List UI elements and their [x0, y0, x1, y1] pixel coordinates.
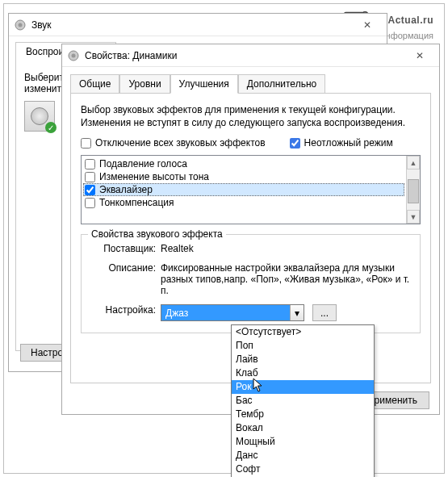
chevron-down-icon[interactable]: ▾ — [290, 305, 304, 320]
list-item[interactable]: Эквалайзер — [83, 183, 404, 196]
tab-general[interactable]: Общие — [70, 74, 119, 94]
preset-dropdown[interactable]: Джаз ▾ — [161, 304, 304, 321]
description-text: Выбор звуковых эффектов для применения к… — [81, 103, 421, 129]
check-icon: ✓ — [45, 122, 57, 133]
speaker-icon — [14, 19, 27, 31]
scroll-track[interactable] — [407, 169, 420, 210]
svg-point-7 — [72, 53, 76, 57]
dropdown-option[interactable]: Тембр — [232, 408, 374, 421]
checkbox-label: Отключение всех звуковых эффектов — [95, 137, 266, 149]
checkbox[interactable] — [290, 138, 300, 149]
group-legend: Свойства звукового эффекта — [88, 228, 226, 240]
provider-label: Поставщик: — [90, 243, 156, 254]
dropdown-option[interactable]: Поп — [232, 339, 374, 353]
dropdown-option[interactable]: Данс — [232, 449, 374, 462]
urgent-mode-checkbox[interactable]: Неотложный режим — [290, 137, 393, 149]
window-title: Свойства: Динамики — [85, 50, 405, 61]
description-value: Фиксированные настройки эквалайзера для … — [161, 262, 412, 296]
svg-point-5 — [19, 23, 23, 27]
speaker-icon — [67, 49, 80, 62]
list-item[interactable]: Изменение высоты тона — [83, 170, 404, 183]
disable-effects-checkbox[interactable]: Отключение всех звуковых эффектов — [81, 137, 266, 149]
list-item[interactable]: Тонкомпенсация — [83, 196, 404, 209]
tab-advanced[interactable]: Дополнительно — [238, 74, 325, 94]
dropdown-option[interactable]: Мощный — [232, 435, 374, 449]
tab-levels[interactable]: Уровни — [119, 74, 170, 94]
provider-value: Realtek — [161, 243, 412, 254]
titlebar[interactable]: Свойства: Динамики ✕ — [62, 44, 439, 67]
checkbox-label: Неотложный режим — [304, 137, 393, 149]
effect-properties-group: Свойства звукового эффекта Поставщик: Re… — [81, 234, 421, 333]
scrollbar[interactable]: ▲ ▼ — [406, 156, 420, 224]
dropdown-option[interactable]: Софт — [232, 462, 374, 476]
cursor-icon — [253, 378, 265, 396]
dropdown-option[interactable]: <Отсутствует> — [232, 325, 374, 339]
scroll-down-button[interactable]: ▼ — [407, 210, 420, 224]
list-item[interactable]: Подавление голоса — [83, 157, 404, 170]
dropdown-value: Джаз — [161, 305, 290, 320]
close-button[interactable]: ✕ — [405, 48, 434, 64]
effects-listbox[interactable]: Подавление голоса Изменение высоты тона … — [81, 155, 421, 224]
titlebar[interactable]: Звук ✕ — [9, 14, 387, 36]
scroll-thumb[interactable] — [408, 179, 419, 203]
dropdown-option[interactable]: Вокал — [232, 421, 374, 435]
close-button[interactable]: ✕ — [353, 17, 382, 33]
window-title: Звук — [31, 19, 353, 31]
scroll-up-button[interactable]: ▲ — [407, 156, 420, 169]
description-label: Описание: — [90, 262, 156, 274]
dropdown-option[interactable]: Лайв — [232, 353, 374, 366]
device-speaker-icon: ✓ — [24, 101, 55, 132]
tab-enhancements[interactable]: Улучшения — [170, 74, 238, 94]
setting-label: Настройка: — [90, 304, 156, 316]
more-button[interactable]: ... — [312, 304, 337, 321]
preset-dropdown-list[interactable]: <Отсутствует> Поп Лайв Клаб Рок Бас Темб… — [231, 324, 375, 477]
checkbox[interactable] — [81, 138, 91, 149]
